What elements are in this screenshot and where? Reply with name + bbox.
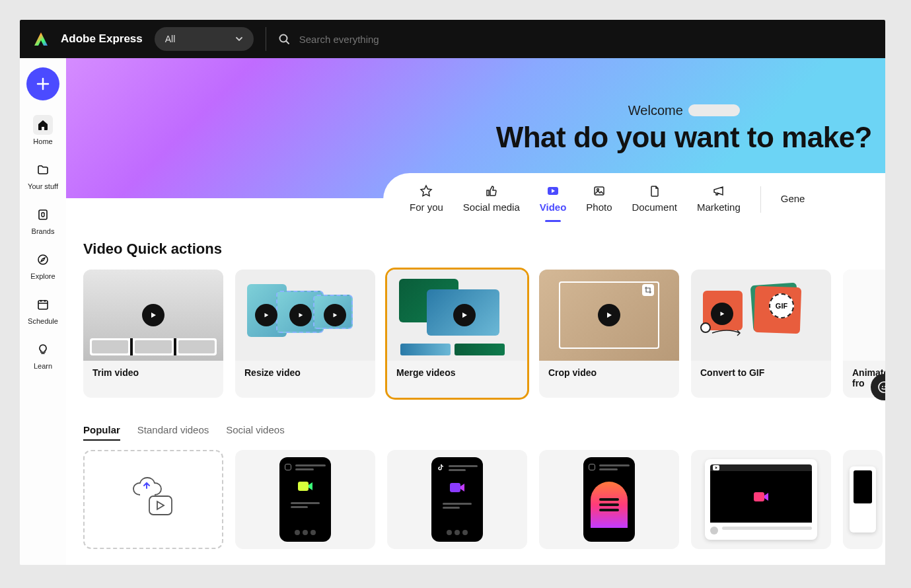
create-new-button[interactable] [26, 67, 59, 100]
category-label: For you [410, 202, 443, 213]
sidebar-item-label: Learn [34, 362, 52, 370]
star-icon [419, 184, 433, 198]
search-input[interactable] [299, 34, 860, 45]
gif-badge: GIF [769, 293, 794, 318]
play-icon [546, 184, 560, 198]
template-tabs: Popular Standard videos Social videos [83, 424, 885, 441]
tab-popular[interactable]: Popular [83, 424, 120, 441]
sidebar: Home Your stuff Brands Explore [20, 58, 66, 565]
welcome-text: Welcome [496, 103, 872, 118]
card-trim-video[interactable]: Trim video [83, 270, 223, 398]
sidebar-item-explore[interactable]: Explore [24, 246, 61, 284]
svg-rect-8 [149, 496, 172, 515]
card-crop-video[interactable]: Crop video [539, 270, 679, 398]
instagram-icon [589, 464, 595, 470]
search-box[interactable] [266, 27, 872, 51]
category-label: Document [632, 202, 677, 213]
category-document[interactable]: Document [632, 184, 677, 215]
templates-row [83, 450, 885, 549]
sidebar-item-label: Brands [32, 227, 55, 235]
category-label: Video [540, 202, 567, 213]
sidebar-item-label: Explore [30, 272, 55, 280]
sidebar-item-learn[interactable]: Learn [24, 336, 61, 374]
quick-actions-title: Video Quick actions [83, 240, 885, 258]
image-icon [593, 184, 606, 198]
template-reels[interactable] [539, 450, 679, 549]
category-for-you[interactable]: For you [410, 184, 443, 215]
card-convert-gif[interactable]: GIF Convert to GIF [691, 270, 831, 398]
welcome-label: Welcome [628, 103, 683, 118]
play-badge-icon [289, 304, 312, 326]
svg-rect-6 [595, 187, 604, 195]
instagram-icon [285, 464, 291, 470]
play-badge-icon [598, 304, 620, 326]
svg-point-14 [882, 386, 883, 387]
sidebar-item-schedule[interactable]: Schedule [24, 291, 61, 329]
svg-rect-2 [39, 210, 47, 219]
youtube-icon [713, 465, 719, 470]
filter-dropdown[interactable]: All [155, 27, 254, 51]
sidebar-item-label: Schedule [28, 317, 58, 325]
brands-icon [33, 205, 53, 225]
card-label: Merge videos [387, 361, 527, 387]
home-icon [33, 115, 53, 135]
compass-icon [33, 250, 53, 270]
tab-standard[interactable]: Standard videos [137, 424, 209, 441]
svg-point-3 [38, 255, 48, 264]
play-badge-icon [453, 304, 476, 326]
category-video[interactable]: Video [540, 184, 567, 215]
template-tiktok[interactable] [387, 450, 527, 549]
card-label: Trim video [83, 361, 223, 387]
play-badge-icon [324, 304, 346, 326]
filter-label: All [165, 34, 176, 44]
template-instagram[interactable] [235, 450, 375, 549]
category-marketing[interactable]: Marketing [697, 184, 741, 215]
sidebar-item-yourstuff[interactable]: Your stuff [24, 156, 61, 194]
template-youtube[interactable] [691, 450, 831, 549]
app-title: Adobe Express [61, 32, 143, 46]
tiktok-icon [437, 464, 445, 472]
adobe-logo-icon [33, 31, 49, 47]
template-more[interactable] [843, 450, 883, 549]
category-photo[interactable]: Photo [586, 184, 612, 215]
username-placeholder [688, 104, 740, 116]
svg-rect-4 [38, 301, 48, 309]
svg-rect-10 [450, 483, 460, 492]
card-resize-video[interactable]: Resize video [235, 270, 375, 398]
card-label: Resize video [235, 361, 375, 387]
hero-headline: What do you want to make? [496, 121, 872, 154]
play-badge-icon [255, 304, 277, 326]
svg-rect-12 [754, 492, 764, 501]
quick-actions-row: Trim video Resize video [83, 270, 885, 398]
play-badge-icon [142, 304, 164, 326]
sidebar-item-label: Your stuff [28, 182, 58, 190]
content-area: Welcome What do you want to make? For yo… [66, 58, 885, 565]
svg-rect-9 [298, 482, 309, 491]
tab-social[interactable]: Social videos [226, 424, 284, 441]
card-merge-videos[interactable]: Merge videos [387, 270, 527, 398]
sidebar-item-brands[interactable]: Brands [24, 201, 61, 239]
play-badge-icon [711, 303, 733, 325]
app-header: Adobe Express All [20, 20, 885, 58]
thumbsup-icon [485, 184, 498, 198]
category-social[interactable]: Social media [463, 184, 520, 215]
megaphone-icon [712, 184, 725, 198]
category-label: Marketing [697, 202, 741, 213]
card-label: Crop video [539, 361, 679, 387]
category-divider [760, 186, 761, 213]
chevron-down-icon [235, 35, 243, 43]
lightbulb-icon [33, 340, 53, 359]
category-label: Gene [781, 193, 805, 204]
sidebar-item-home[interactable]: Home [24, 111, 61, 149]
search-icon [278, 33, 290, 45]
document-icon [648, 184, 661, 198]
category-bar: For you Social media Video Photo Documen… [383, 173, 885, 226]
category-label: Photo [586, 202, 612, 213]
category-label: Social media [463, 202, 520, 213]
folder-icon [33, 160, 53, 180]
calendar-icon [33, 295, 53, 314]
template-upload[interactable] [83, 450, 223, 549]
sidebar-item-label: Home [33, 137, 52, 145]
category-generate[interactable]: Gene [781, 193, 805, 207]
card-label: Convert to GIF [691, 361, 831, 387]
